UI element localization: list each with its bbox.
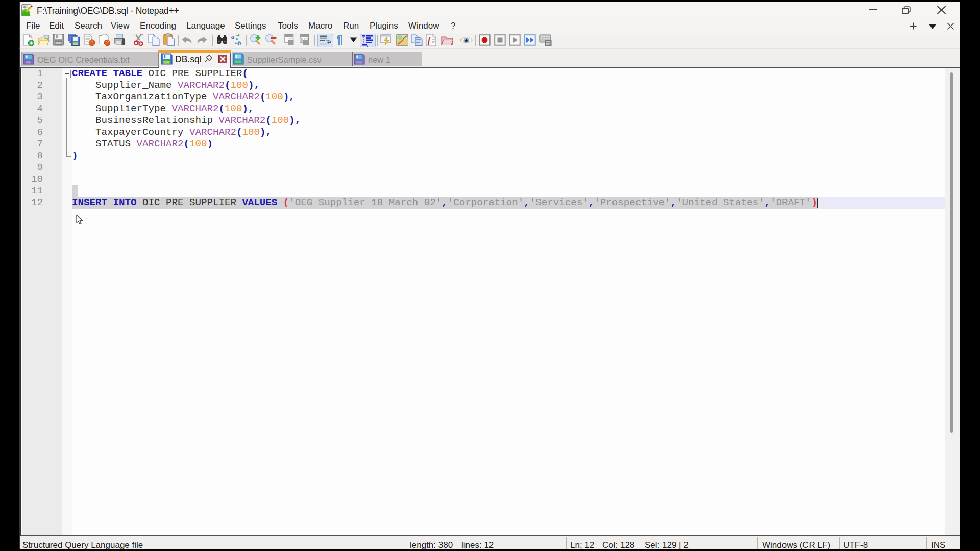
svg-text:a: a	[231, 33, 235, 40]
svg-text:b: b	[238, 39, 241, 46]
